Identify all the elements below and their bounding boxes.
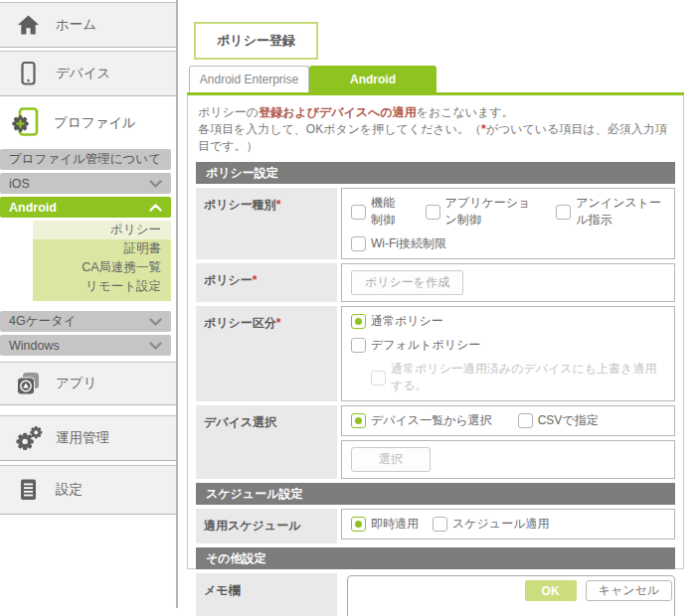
radio-default-policy[interactable]: デフォルトポリシー [351, 337, 480, 354]
chevron-down-icon [149, 315, 162, 329]
radio-icon [433, 517, 447, 532]
sidebar-item-label: ホーム [56, 16, 96, 34]
sidebar-item-operations[interactable]: 運用管理 [0, 415, 176, 461]
sidebar-item-label: プロファイル管理について [9, 151, 161, 168]
page-title: ポリシー登録 [194, 22, 318, 60]
sidebar-item-label: 運用管理 [56, 429, 109, 447]
section-header-policy: ポリシー設定 [196, 162, 675, 184]
checkbox-icon [556, 205, 571, 220]
tab-android-enterprise[interactable]: Android Enterprise [189, 66, 309, 92]
form-panel: ポリシーの登録およびデバイスへの適用をおこないます。 各項目を入力して、OKボタ… [187, 95, 684, 569]
sidebar-item-label: Windows [9, 339, 60, 353]
sidebar-profile-section: プロファイル プロファイル管理について iOS Android ポリシー 証明書… [0, 99, 176, 356]
device-icon [13, 61, 43, 86]
checkbox-icon [351, 205, 366, 220]
tab-bar: Android Enterprise Android [189, 66, 436, 92]
required-asterisk: * [253, 273, 258, 287]
device-select-button-cell: 選択 [341, 440, 675, 479]
checkbox-application-control[interactable]: アプリケーション制御 [426, 195, 535, 229]
policy-create-cell: ポリシーを作成 [341, 263, 675, 302]
apps-icon [13, 370, 43, 397]
radio-icon [351, 338, 366, 353]
chevron-down-icon [149, 339, 162, 353]
radio-apply-by-schedule[interactable]: スケジュール適用 [433, 516, 549, 533]
sidebar-item-certificate[interactable]: 証明書 [33, 239, 171, 258]
checkbox-wifi-restriction[interactable]: Wi-Fi接続制限 [351, 235, 446, 252]
radio-selected-icon [351, 413, 366, 428]
form-row-apply-schedule: 適用スケジュール 即時適用 スケジュール適用 [196, 509, 675, 543]
select-devices-button[interactable]: 選択 [351, 447, 431, 472]
form-row-device-select: デバイス選択 デバイス一覧から選択 CSVで指定 選択 [196, 405, 675, 479]
profile-icon [11, 106, 42, 140]
android-submenu: ポリシー 証明書 CA局連携一覧 リモート設定 [33, 221, 171, 301]
checkbox-function-control[interactable]: 機能制御 [351, 195, 404, 229]
create-policy-button[interactable]: ポリシーを作成 [351, 270, 463, 295]
form-description: ポリシーの登録およびデバイスへの適用をおこないます。 各項目を入力して、OKボタ… [198, 104, 673, 155]
sidebar-item-home[interactable]: ホーム [0, 2, 176, 48]
form-actions: OK キャンセル [187, 580, 684, 601]
checkbox-overwrite-apply-disabled: 通常ポリシー適用済みのデバイスにも上書き適用する。 [371, 361, 665, 394]
checkbox-icon [426, 205, 440, 220]
form-row-policy: ポリシー* ポリシーを作成 [196, 263, 675, 302]
device-select-options: デバイス一覧から選択 CSVで指定 [341, 405, 675, 436]
sidebar-item-profile[interactable]: プロファイル [0, 99, 176, 146]
cancel-button[interactable]: キャンセル [586, 580, 672, 601]
radio-selected-icon [351, 314, 366, 329]
ok-button[interactable]: OK [525, 580, 577, 601]
sidebar-item-label: アプリ [56, 375, 96, 392]
sidebar-item-4g-keitai[interactable]: 4Gケータイ [0, 311, 171, 332]
form-row-policy-type: ポリシー種別* 機能制御 アプリケーション制御 アンインストール指示 Wi-Fi… [196, 188, 675, 259]
radio-apply-immediately[interactable]: 即時適用 [351, 516, 419, 533]
sidebar-item-label: デバイス [56, 65, 110, 82]
sidebar-item-remote-settings[interactable]: リモート設定 [33, 277, 171, 296]
form-row-policy-class: ポリシー区分* 通常ポリシー デフォルトポリシー 通常ポリシー適用済みのデバイス… [196, 306, 675, 401]
policy-type-options: 機能制御 アプリケーション制御 アンインストール指示 Wi-Fi接続制限 [341, 188, 675, 259]
required-asterisk: * [276, 198, 281, 212]
description-emphasis: 登録およびデバイスへの適用 [259, 105, 417, 119]
row-label: 適用スケジュール [196, 509, 337, 543]
sidebar-item-apps[interactable]: アプリ [0, 362, 176, 405]
required-asterisk: * [276, 316, 281, 330]
sidebar-item-policy[interactable]: ポリシー [33, 221, 171, 239]
radio-select-from-device-list[interactable]: デバイス一覧から選択 [351, 412, 492, 429]
checkbox-icon [351, 236, 366, 251]
radio-normal-policy[interactable]: 通常ポリシー [351, 313, 443, 330]
sidebar-item-ios[interactable]: iOS [0, 173, 171, 194]
sidebar-item-label: Android [9, 201, 57, 215]
checkbox-uninstall-instruction[interactable]: アンインストール指示 [556, 195, 665, 229]
radio-selected-icon [351, 517, 366, 532]
sidebar-item-settings[interactable]: 設定 [0, 465, 176, 515]
tab-android[interactable]: Android [309, 66, 436, 92]
row-label: デバイス選択 [196, 405, 337, 479]
row-label: ポリシー種別* [196, 188, 337, 259]
checkbox-specify-by-csv[interactable]: CSVで指定 [518, 412, 599, 429]
sidebar-item-device[interactable]: デバイス [0, 51, 176, 96]
sidebar-item-label: 設定 [56, 481, 83, 499]
sidebar-item-label: iOS [9, 177, 30, 191]
sidebar: ホーム デバイス [0, 0, 178, 610]
chevron-down-icon [149, 177, 162, 191]
settings-icon [13, 477, 43, 503]
sidebar-item-profile-about[interactable]: プロファイル管理について [0, 149, 171, 170]
checkbox-icon [518, 413, 533, 428]
operations-icon [13, 424, 43, 453]
schedule-options: 即時適用 スケジュール適用 [341, 509, 675, 539]
sidebar-item-label: プロファイル [54, 114, 136, 132]
section-header-other: その他設定 [196, 547, 675, 569]
sidebar-item-android[interactable]: Android [0, 197, 171, 218]
row-label: ポリシー区分* [196, 306, 337, 401]
sidebar-item-windows[interactable]: Windows [0, 335, 171, 356]
chevron-up-icon [149, 201, 162, 215]
policy-class-options: 通常ポリシー デフォルトポリシー 通常ポリシー適用済みのデバイスにも上書き適用す… [341, 306, 675, 401]
row-label: ポリシー* [196, 263, 337, 302]
sidebar-item-label: 4Gケータイ [9, 313, 77, 330]
sidebar-item-ca-list[interactable]: CA局連携一覧 [33, 258, 171, 277]
checkbox-icon [371, 371, 386, 385]
section-header-schedule: スケジュール設定 [196, 483, 675, 505]
home-icon [13, 13, 43, 37]
